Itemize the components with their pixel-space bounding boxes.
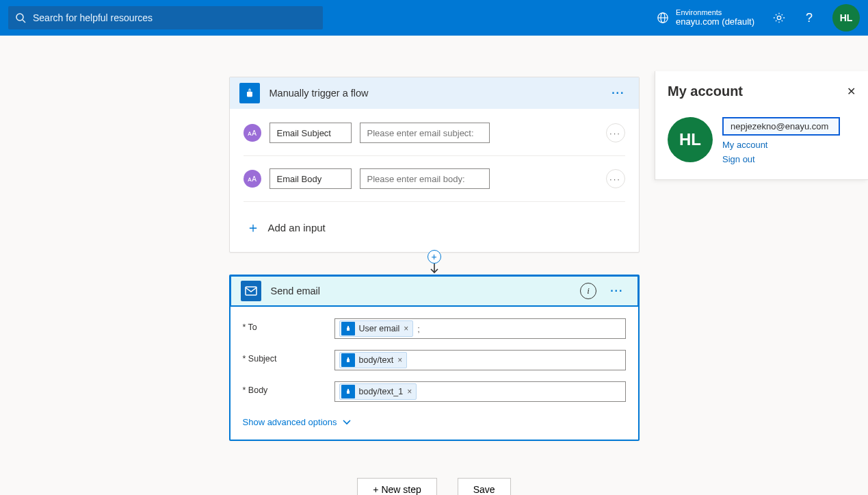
show-advanced-options[interactable]: Show advanced options — [231, 407, 638, 440]
token-remove[interactable]: × — [407, 387, 412, 396]
insert-step-button[interactable]: + — [428, 250, 441, 264]
gear-icon — [773, 12, 785, 24]
text-param-icon: ᴀA — [244, 124, 261, 142]
env-label: Environments — [676, 8, 754, 17]
field-row-body: * Body body/text_1 × — [231, 376, 638, 407]
search-icon — [15, 12, 26, 23]
field-label: * Body — [243, 381, 325, 395]
save-button[interactable]: Save — [458, 478, 511, 495]
close-icon: ✕ — [847, 86, 856, 97]
advanced-options-label: Show advanced options — [243, 417, 337, 427]
trigger-card: Manually trigger a flow ··· ᴀA Email Sub… — [229, 77, 640, 253]
help-button[interactable]: ? — [798, 7, 820, 29]
settings-button[interactable] — [768, 7, 790, 29]
field-row-subject: * Subject body/text × — [231, 344, 638, 376]
top-bar: Environments enayu.com (default) ? HL — [0, 0, 868, 36]
account-panel: My account ✕ HL nepjezekno@enayu.com My … — [655, 71, 868, 180]
token[interactable]: body/text × — [339, 352, 408, 368]
environment-picker[interactable]: Environments enayu.com (default) — [651, 5, 760, 30]
send-email-card-title: Send email — [271, 285, 571, 296]
env-value: enayu.com (default) — [676, 17, 754, 27]
search-input[interactable] — [8, 6, 323, 29]
new-step-button[interactable]: + New step — [357, 478, 436, 495]
send-email-card-header[interactable]: Send email i ··· — [230, 275, 639, 307]
subject-field[interactable]: body/text × — [334, 350, 626, 370]
param-name[interactable]: Email Subject — [269, 123, 352, 143]
token[interactable]: body/text_1 × — [339, 383, 417, 400]
param-name[interactable]: Email Body — [269, 168, 352, 189]
chevron-down-icon — [343, 420, 351, 425]
info-icon: i — [587, 285, 590, 296]
add-input-button[interactable]: ＋ Add an input — [230, 205, 639, 252]
field-label: * Subject — [243, 350, 325, 364]
arrow-down-icon — [430, 264, 439, 275]
account-avatar: HL — [668, 117, 713, 162]
param-value-input[interactable] — [360, 123, 490, 143]
token-remove[interactable]: × — [397, 355, 402, 365]
svg-point-5 — [777, 16, 780, 19]
search-wrap — [8, 6, 323, 29]
text-param-icon: ᴀA — [244, 170, 261, 188]
field-row-to: * To User email × ; — [231, 313, 638, 344]
help-icon: ? — [806, 11, 813, 25]
send-email-card-more[interactable]: ··· — [606, 282, 627, 300]
my-account-link[interactable]: My account — [722, 140, 840, 150]
svg-rect-7 — [246, 287, 257, 295]
flow-canvas: Manually trigger a flow ··· ᴀA Email Sub… — [0, 36, 868, 495]
account-email[interactable]: nepjezekno@enayu.com — [722, 117, 840, 136]
account-panel-title: My account — [668, 84, 743, 99]
token-label: body/text_1 — [359, 387, 404, 396]
flow-token-icon — [341, 322, 355, 335]
add-input-label: Add an input — [268, 222, 326, 233]
send-email-card: Send email i ··· * To User email × ; * S… — [229, 275, 640, 441]
flow-token-icon — [341, 385, 355, 398]
sign-out-link[interactable]: Sign out — [722, 154, 840, 164]
globe-icon — [657, 12, 669, 24]
mail-icon — [241, 281, 261, 301]
svg-line-1 — [23, 20, 25, 23]
connector: + — [426, 250, 443, 277]
footer-buttons: + New step Save — [0, 478, 868, 495]
token-label: User email — [359, 324, 400, 333]
trigger-card-more[interactable]: ··· — [607, 84, 629, 102]
svg-point-0 — [16, 14, 23, 21]
param-row-more[interactable]: ··· — [606, 169, 625, 188]
param-row-more[interactable]: ··· — [606, 123, 625, 142]
token[interactable]: User email × — [339, 320, 414, 337]
account-panel-close[interactable]: ✕ — [847, 85, 856, 98]
trigger-input-row: ᴀA Email Subject ··· — [230, 113, 639, 153]
param-value-input[interactable] — [360, 168, 490, 189]
to-field[interactable]: User email × ; — [334, 318, 626, 339]
body-field[interactable]: body/text_1 × — [334, 381, 626, 402]
account-avatar-button[interactable]: HL — [832, 4, 860, 31]
field-label: * To — [243, 318, 325, 332]
to-field-trailing: ; — [417, 324, 420, 334]
token-remove[interactable]: × — [404, 324, 408, 333]
info-button[interactable]: i — [580, 283, 596, 299]
trigger-icon — [239, 83, 260, 103]
plus-icon: ＋ — [246, 218, 260, 237]
trigger-card-header[interactable]: Manually trigger a flow ··· — [230, 77, 639, 109]
token-label: body/text — [359, 355, 394, 365]
trigger-card-title: Manually trigger a flow — [269, 88, 599, 99]
trigger-input-row: ᴀA Email Body ··· — [230, 159, 639, 199]
flow-token-icon — [341, 353, 355, 367]
